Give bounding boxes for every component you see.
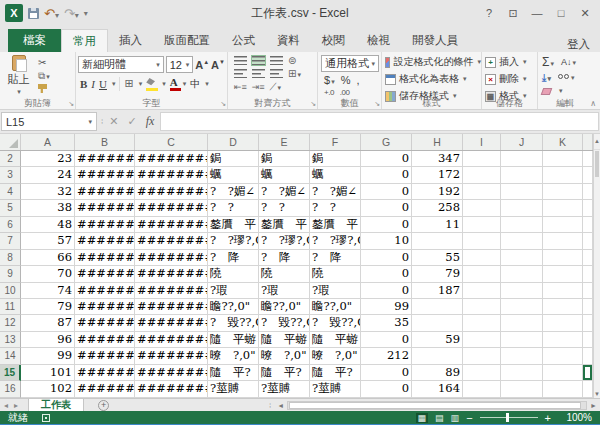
cell[interactable]: ########	[75, 332, 135, 348]
horizontal-scrollbar-thumb[interactable]	[289, 402, 581, 409]
cell[interactable]: #############	[135, 283, 208, 299]
cell[interactable]: 79	[21, 299, 75, 315]
sheet-nav-icons[interactable]: ◂▸	[0, 401, 28, 410]
horizontal-scrollbar-track[interactable]	[287, 401, 587, 410]
cell[interactable]: ? ?璆?,C	[310, 233, 361, 249]
cell[interactable]: 96	[21, 332, 75, 348]
sign-in-link[interactable]: 登入	[567, 37, 600, 52]
cell[interactable]: ? ?媚∠	[259, 184, 310, 200]
cell[interactable]: ?莖賻	[310, 381, 361, 397]
delete-cells-button[interactable]: × 刪除▾	[485, 72, 537, 86]
bottom-align-icon[interactable]	[270, 56, 283, 65]
cell[interactable]: ########	[75, 233, 135, 249]
tab-file[interactable]: 檔案	[8, 29, 61, 52]
horizontal-scrollbar[interactable]: ⁞ ◄ ►	[269, 399, 600, 411]
cell[interactable]	[463, 332, 501, 348]
phonetic-dropdown-icon[interactable]: ▾	[205, 80, 209, 88]
cell[interactable]: #############	[135, 365, 208, 381]
cell[interactable]	[543, 217, 583, 233]
cell[interactable]	[463, 365, 501, 381]
excel-app-icon[interactable]: X	[5, 4, 23, 22]
insert-function-icon[interactable]: fx	[146, 114, 155, 129]
shrink-font-icon[interactable]: A▼	[211, 59, 225, 71]
cell[interactable]	[543, 299, 583, 315]
cell[interactable]: 164	[412, 381, 463, 397]
cell[interactable]	[543, 233, 583, 249]
cell[interactable]: #############	[135, 233, 208, 249]
paste-button[interactable]: 貼上 ▾	[2, 54, 35, 96]
cell[interactable]: 89	[412, 365, 463, 381]
tab-insert[interactable]: 插入	[108, 29, 153, 52]
font-name-select[interactable]: 新細明體▾	[78, 56, 164, 73]
borders-dropdown-icon[interactable]: ▾	[139, 80, 143, 88]
cell[interactable]	[543, 315, 583, 331]
percent-format-icon[interactable]: %	[341, 74, 351, 86]
column-header-B[interactable]: B	[75, 134, 135, 150]
cell[interactable]: 38	[21, 200, 75, 216]
increase-decimal-icon[interactable]: +.0	[324, 88, 334, 97]
cell[interactable]: ########	[75, 167, 135, 183]
cell[interactable]: #############	[135, 184, 208, 200]
cell[interactable]: 57	[21, 233, 75, 249]
cell[interactable]: ########	[75, 299, 135, 315]
cell[interactable]: 隨 平?	[259, 365, 310, 381]
cell[interactable]: 隢	[259, 266, 310, 282]
cell[interactable]: ?瑕	[259, 283, 310, 299]
row-header-4[interactable]: 4	[0, 184, 21, 200]
cell[interactable]: 192	[412, 184, 463, 200]
cell[interactable]	[463, 283, 501, 299]
cell[interactable]	[412, 315, 463, 331]
cell[interactable]: ? ?璆?,C	[208, 233, 259, 249]
close-button[interactable]: ✕	[574, 4, 596, 22]
sort-filter-icon[interactable]: A↓▾	[561, 57, 576, 67]
cell[interactable]	[583, 184, 593, 200]
cell[interactable]: ?瑕	[208, 283, 259, 299]
cell[interactable]: 暸 ?,0"	[259, 348, 310, 364]
cell[interactable]: ########	[75, 250, 135, 266]
help-button[interactable]: ?	[478, 4, 500, 22]
cell[interactable]: 隨 平蝣	[259, 332, 310, 348]
italic-button[interactable]: I	[91, 78, 95, 90]
cell[interactable]	[463, 184, 501, 200]
maximize-button[interactable]: □	[550, 4, 572, 22]
cell[interactable]	[501, 200, 543, 216]
font-size-select[interactable]: 12▾	[166, 56, 193, 73]
align-right-icon[interactable]	[270, 69, 283, 78]
tab-view[interactable]: 檢視	[356, 29, 401, 52]
paste-dropdown-icon[interactable]: ▾	[17, 88, 21, 96]
cell[interactable]: 0	[361, 381, 412, 397]
orientation-icon[interactable]: ⟋▾	[270, 81, 282, 93]
autosum-icon[interactable]: Σ▾	[542, 55, 554, 69]
font-dialog-launcher-icon[interactable]: ↘	[220, 100, 226, 108]
cell[interactable]	[412, 299, 463, 315]
cell[interactable]: ########	[75, 151, 135, 167]
cell[interactable]: #############	[135, 266, 208, 282]
row-header-13[interactable]: 13	[0, 332, 21, 348]
cell[interactable]: ########	[75, 266, 135, 282]
font-color-icon[interactable]: A	[170, 76, 178, 91]
cell[interactable]: 0	[361, 283, 412, 299]
cell[interactable]	[583, 151, 593, 167]
cell[interactable]: ? ?媚∠	[208, 184, 259, 200]
clear-icon[interactable]	[541, 88, 553, 95]
cell[interactable]: 87	[21, 315, 75, 331]
cell[interactable]: ########	[75, 365, 135, 381]
cell[interactable]	[463, 217, 501, 233]
number-format-select[interactable]: 通用格式▾	[321, 55, 379, 72]
fill-color-dropdown-icon[interactable]: ▾	[162, 80, 166, 88]
cell[interactable]: #############	[135, 299, 208, 315]
scroll-right-icon[interactable]: ►	[587, 402, 600, 409]
decrease-decimal-icon[interactable]: .00	[340, 88, 350, 97]
cell[interactable]: #############	[135, 151, 208, 167]
redo-icon[interactable]: ↷▾	[64, 7, 79, 20]
fill-icon[interactable]: ⤓▾	[542, 72, 551, 84]
cell[interactable]: 187	[412, 283, 463, 299]
cell[interactable]: 0	[361, 184, 412, 200]
cell[interactable]	[543, 266, 583, 282]
row-header-11[interactable]: 11	[0, 299, 21, 315]
font-color-dropdown-icon[interactable]: ▾	[183, 80, 187, 88]
cell[interactable]: 暸 ?,0"	[208, 348, 259, 364]
fill-color-icon[interactable]	[146, 76, 157, 91]
selected-cell-L15[interactable]	[583, 365, 593, 381]
cell[interactable]: 鋦	[259, 151, 310, 167]
